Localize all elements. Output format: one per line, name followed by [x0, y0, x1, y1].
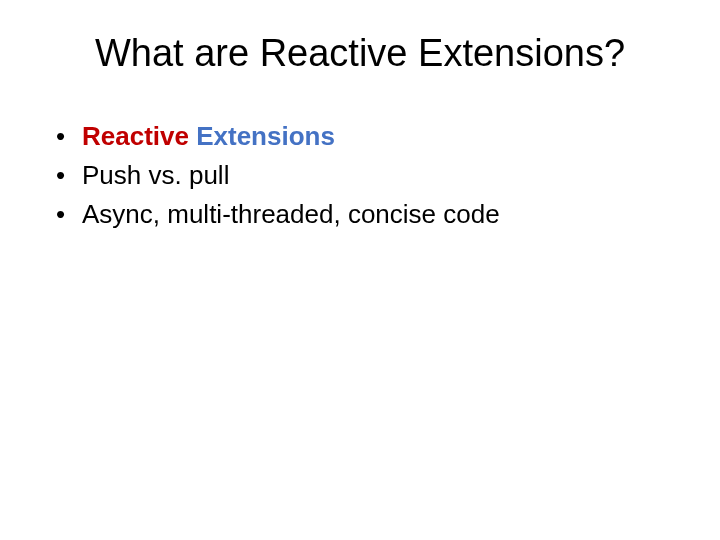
emphasis-word-extensions: Extensions	[196, 121, 335, 151]
emphasis-word-reactive: Reactive	[82, 121, 189, 151]
bullet-item: Async, multi-threaded, concise code	[54, 197, 672, 232]
slide: What are Reactive Extensions? Reactive E…	[0, 0, 720, 540]
slide-title: What are Reactive Extensions?	[48, 32, 672, 75]
bullet-item: Push vs. pull	[54, 158, 672, 193]
bullet-item: Reactive Extensions	[54, 119, 672, 154]
bullet-list: Reactive Extensions Push vs. pull Async,…	[48, 119, 672, 232]
